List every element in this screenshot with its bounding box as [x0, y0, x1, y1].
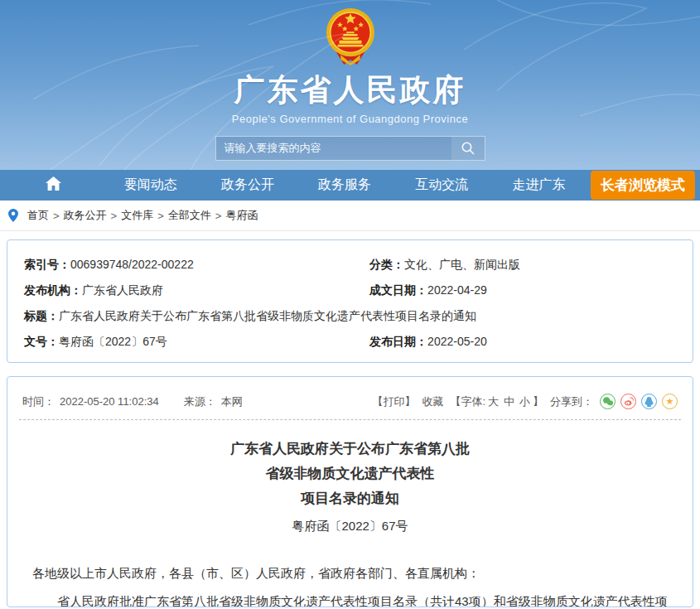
meta-doc-no-label: 文号： — [24, 335, 59, 348]
meta-doc-no-value: 粤府函〔2022〕67号 — [59, 335, 167, 348]
location-pin-icon — [8, 209, 18, 222]
meta-pub-date-value: 2022-05-20 — [427, 335, 487, 348]
qzone-share-icon[interactable]: ★ — [662, 394, 678, 409]
meta-category-label: 分类： — [369, 258, 404, 271]
qq-share-icon[interactable] — [641, 394, 657, 409]
nav-item-interaction[interactable]: 互动交流 — [415, 176, 468, 194]
share-label: 分享到： — [550, 394, 593, 409]
nav-item-about-guangdong[interactable]: 走进广东 — [512, 176, 565, 194]
nav-item-gov-affairs[interactable]: 政务公开 — [221, 176, 274, 194]
page: 广东省人民政府 People's Government of Guangdong… — [0, 0, 700, 607]
breadcrumb: 首页 > 政务公开 > 文件库 > 全部文件 > 粤府函 — [0, 201, 700, 231]
article-title: 广东省人民政府关于公布广东省第八批 省级非物质文化遗产代表性 项目名录的通知 粤… — [7, 442, 693, 534]
article-paragraph-body: 省人民政府批准广东省第八批省级非物质文化遗产代表性项目名录（共计43项）和省级非… — [32, 587, 668, 607]
article-time-value: 2022-05-20 11:02:34 — [60, 395, 159, 408]
wechat-share-icon[interactable] — [600, 394, 616, 409]
main-nav: 要闻动态 政务公开 政务服务 互动交流 走进广东 长者浏览模式 — [0, 170, 700, 201]
article-source-value: 本网 — [221, 395, 243, 408]
breadcrumb-link-home[interactable]: 首页 — [27, 208, 49, 223]
nav-item-gov-services[interactable]: 政务服务 — [318, 176, 371, 194]
meta-category-value: 文化、广电、新闻出版 — [404, 258, 520, 271]
weibo-share-icon[interactable] — [620, 394, 636, 409]
breadcrumb-separator: > — [111, 210, 118, 222]
article-paragraph-salutation: 各地级以上市人民政府，各县（市、区）人民政府，省政府各部门、各直属机构： — [32, 559, 668, 587]
font-size-label-close: 】 — [533, 395, 543, 408]
meta-index-label: 索引号： — [24, 258, 70, 271]
meta-row: 发布机构：广东省人民政府 成文日期：2022-04-29 — [7, 283, 693, 297]
breadcrumb-link-document-library[interactable]: 文件库 — [121, 208, 153, 223]
search-bar — [215, 136, 485, 161]
breadcrumb-link-gov-affairs[interactable]: 政务公开 — [64, 208, 107, 223]
favorite-button[interactable]: 收藏 — [422, 394, 443, 409]
search-icon — [461, 141, 476, 156]
font-size-medium-button[interactable]: 中 — [504, 395, 514, 408]
meta-row: 索引号：006939748/2022-00222 分类：文化、广电、新闻出版 — [7, 257, 693, 272]
meta-row: 文号：粤府函〔2022〕67号 发布日期：2022-05-20 — [7, 334, 693, 349]
nav-item-news[interactable]: 要闻动态 — [124, 176, 177, 194]
meta-title-label: 标题： — [24, 309, 59, 322]
print-button[interactable]: 【打印】 — [372, 394, 415, 409]
meta-row: 标题：广东省人民政府关于公布广东省第八批省级非物质文化遗产代表性项目名录的通知 — [7, 308, 693, 323]
meta-written-date-label: 成文日期： — [369, 283, 427, 297]
national-emblem — [325, 7, 376, 66]
font-size-small-button[interactable]: 小 — [519, 395, 530, 408]
article-body: 各地级以上市人民政府，各县（市、区）人民政府，省政府各部门、各直属机构： 省人民… — [7, 559, 693, 607]
font-size-label: 【字体: — [450, 395, 485, 408]
document-meta-card: 索引号：006939748/2022-00222 分类：文化、广电、新闻出版 发… — [7, 239, 693, 363]
meta-agency-label: 发布机构： — [24, 283, 82, 297]
site-header: 广东省人民政府 People's Government of Guangdong… — [0, 0, 700, 170]
divider — [19, 419, 681, 420]
article-source-label: 来源： — [184, 395, 216, 408]
breadcrumb-separator: > — [53, 210, 60, 222]
font-size-large-button[interactable]: 大 — [488, 395, 499, 408]
article-title-line3: 项目名录的通知 — [7, 491, 693, 505]
breadcrumb-link-all-documents[interactable]: 全部文件 — [168, 208, 211, 223]
home-icon — [46, 176, 61, 191]
meta-pub-date-label: 发布日期： — [369, 335, 427, 348]
article-time-label: 时间： — [22, 395, 55, 408]
meta-written-date-value: 2022-04-29 — [427, 283, 487, 297]
search-button[interactable] — [451, 137, 485, 160]
site-title: 广东省人民政府 — [0, 73, 700, 109]
site-subtitle: People's Government of Guangdong Provinc… — [0, 113, 700, 125]
elder-mode-button[interactable]: 长者浏览模式 — [591, 171, 695, 200]
star-glyph: ★ — [666, 397, 674, 406]
article-title-line1: 广东省人民政府关于公布广东省第八批 — [7, 442, 693, 456]
breadcrumb-current-yuefuhan: 粤府函 — [225, 208, 258, 223]
meta-agency-value: 广东省人民政府 — [82, 283, 163, 297]
nav-home[interactable] — [46, 176, 61, 194]
search-input[interactable] — [216, 137, 451, 160]
breadcrumb-separator: > — [157, 210, 164, 222]
article-meta-bar: 时间：2022-05-20 11:02:34来源：本网 【打印】 收藏 【字体:… — [7, 377, 693, 419]
breadcrumb-separator: > — [215, 210, 222, 222]
meta-index-value: 006939748/2022-00222 — [70, 258, 194, 271]
article-card: 时间：2022-05-20 11:02:34来源：本网 【打印】 收藏 【字体:… — [7, 376, 693, 607]
article-doc-number: 粤府函〔2022〕67号 — [7, 519, 693, 534]
meta-title-value: 广东省人民政府关于公布广东省第八批省级非物质文化遗产代表性项目名录的通知 — [59, 309, 476, 322]
article-title-line2: 省级非物质文化遗产代表性 — [7, 466, 693, 481]
